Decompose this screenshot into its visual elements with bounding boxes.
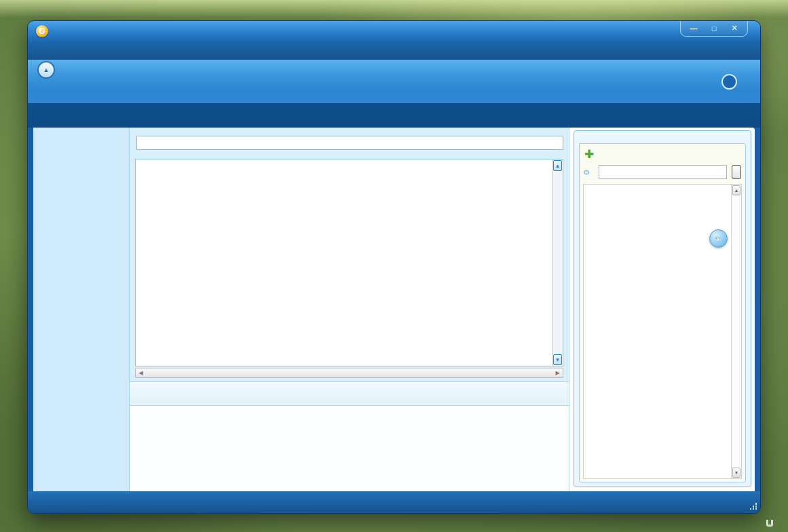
content-area: ▲ ▼ ◀ ▶ ✚ (33, 128, 755, 491)
employee-table: ▲ ▼ (583, 184, 742, 479)
picker-panel: ✚ ▲ ▼ (574, 130, 751, 487)
watermark-logo-icon (766, 520, 773, 527)
form-row-note (130, 132, 569, 150)
close-button[interactable]: ✕ (726, 22, 743, 34)
cursor-icon (709, 229, 728, 248)
employee-table-scrollbar[interactable]: ▲ ▼ (731, 185, 741, 478)
scroll-up-icon[interactable]: ▲ (553, 160, 562, 171)
toolbar-right (721, 74, 749, 90)
title-bar: G —□✕ (28, 21, 760, 41)
items-table-vertical-scrollbar[interactable]: ▲ ▼ (552, 159, 563, 366)
window-controls: —□✕ (680, 21, 748, 37)
search-button[interactable] (732, 165, 741, 179)
report-links (130, 406, 569, 491)
watermark (766, 520, 777, 527)
sidebar (33, 128, 130, 491)
items-table: ▲ ▼ (135, 159, 563, 366)
add-icon: ✚ (584, 149, 594, 160)
action-button-row (130, 381, 569, 406)
desktop-background: G —□✕ ▲ (0, 0, 788, 532)
app-window: G —□✕ ▲ (27, 20, 761, 514)
scroll-down-icon[interactable]: ▼ (553, 354, 562, 365)
toolbar: ▲ (28, 60, 760, 103)
minimize-button[interactable]: — (685, 22, 702, 34)
toolbar-collapse-button[interactable]: ▲ (37, 61, 55, 79)
items-table-horizontal-scrollbar[interactable]: ◀ ▶ (135, 368, 563, 378)
app-logo-icon: G (36, 25, 48, 37)
scroll-down-icon[interactable]: ▼ (732, 468, 740, 478)
picker-body: ✚ ▲ ▼ (579, 143, 746, 482)
help-icon[interactable] (721, 74, 737, 90)
totals-row (130, 150, 569, 159)
scroll-right-icon[interactable]: ▶ (552, 368, 563, 377)
add-row[interactable]: ✚ (583, 147, 742, 165)
resize-grip[interactable] (750, 503, 757, 510)
document-form-area: ▲ ▼ ◀ ▶ (130, 128, 569, 491)
filter-by-name-button[interactable] (584, 170, 589, 174)
note-input[interactable] (136, 136, 563, 150)
main-tab-strip (28, 103, 760, 128)
menu-bar (28, 41, 760, 60)
scroll-up-icon[interactable]: ▲ (732, 185, 740, 195)
scroll-left-icon[interactable]: ◀ (136, 368, 146, 377)
employee-search-input[interactable] (599, 165, 727, 179)
filter-row (583, 165, 742, 184)
status-bar (28, 491, 760, 513)
maximize-button[interactable]: □ (705, 22, 723, 34)
